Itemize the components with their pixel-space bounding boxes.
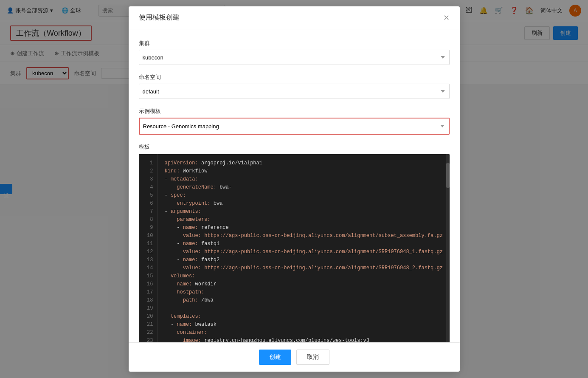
- modal-cluster-select[interactable]: kubecon: [139, 50, 450, 65]
- modal-body: 集群 kubecon 命名空间 default 示例模板 Resource - …: [129, 29, 460, 85]
- namespace-form-item: 命名空间 default: [139, 73, 450, 85]
- close-icon[interactable]: ✕: [443, 14, 450, 22]
- cluster-form-label: 集群: [139, 39, 450, 47]
- modal-title: 使用模板创建: [139, 13, 180, 22]
- modal-overlay: 使用模板创建 ✕ 集群 kubecon 命名空间 default 示例模板: [0, 0, 588, 85]
- modal-namespace-select[interactable]: default: [139, 84, 450, 85]
- modal-dialog: 使用模板创建 ✕ 集群 kubecon 命名空间 default 示例模板: [129, 6, 460, 85]
- namespace-form-label: 命名空间: [139, 73, 450, 81]
- cluster-form-item: 集群 kubecon: [139, 39, 450, 65]
- modal-header: 使用模板创建 ✕: [129, 6, 460, 29]
